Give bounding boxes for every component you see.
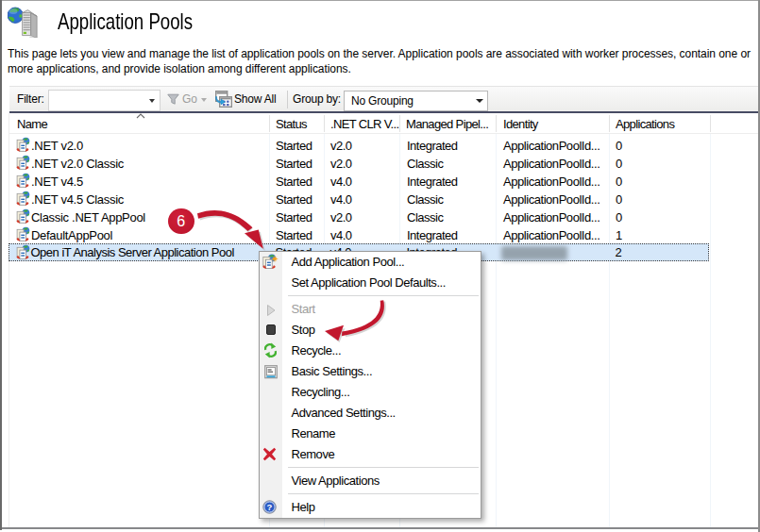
svg-text:?: ? [267,502,273,512]
